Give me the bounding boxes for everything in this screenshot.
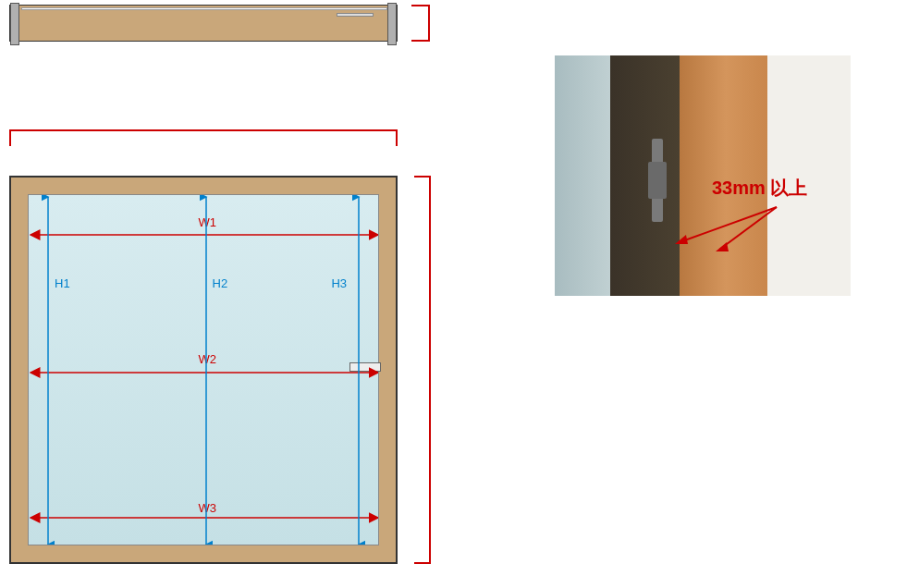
frame-cap-left [10, 3, 19, 45]
outer-height-bracket [414, 176, 431, 564]
lock-body [648, 162, 667, 199]
top-cross-section-view [0, 0, 416, 111]
h3-label: H3 [329, 276, 349, 290]
w2-label: W2 [196, 352, 218, 366]
h1-label: H1 [53, 276, 72, 290]
frame-cap-right [387, 3, 397, 45]
h2-line [200, 195, 213, 545]
outer-width-bracket [9, 129, 398, 146]
clearance-label: 33mm 以上 [712, 176, 807, 201]
crescent-lock [349, 362, 381, 372]
w1-label: W1 [196, 215, 218, 229]
front-elevation-view: W1 W2 W3 H1 H2 [0, 129, 416, 573]
clearance-photo: 33mm 以上 [555, 55, 851, 296]
depth-dimension-bracket [411, 5, 430, 42]
window-frame-front: W1 W2 W3 H1 H2 [9, 176, 398, 564]
photo-crescent-lock [643, 139, 672, 222]
h1-line [42, 195, 55, 545]
window-glass: W1 W2 W3 H1 H2 [28, 194, 379, 545]
w3-label: W3 [196, 501, 218, 515]
photo-illustration: 33mm 以上 [555, 55, 851, 296]
glass-slot [21, 7, 387, 10]
handle-top-view [337, 13, 374, 17]
w1-line [29, 228, 378, 241]
photo-glass [555, 55, 610, 296]
h2-label: H2 [211, 276, 230, 290]
w2-line [29, 366, 378, 379]
window-frame-top-view [9, 5, 398, 42]
